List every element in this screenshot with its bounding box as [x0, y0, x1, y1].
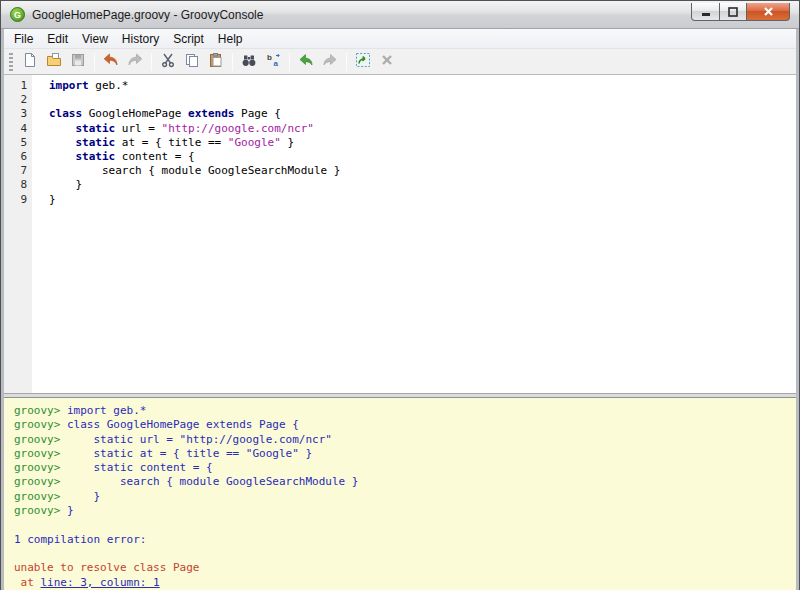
- redo-button: [124, 51, 146, 73]
- interrupt-button: [376, 51, 398, 73]
- code-line: [49, 93, 796, 107]
- menubar: FileEditViewHistoryScriptHelp: [4, 29, 796, 49]
- history-previous-button[interactable]: [295, 51, 317, 73]
- output-echo-text: static at = { title == "Google" }: [67, 447, 312, 460]
- window-controls: [691, 3, 790, 21]
- code-line: search { module GoogleSearchModule }: [49, 164, 796, 178]
- output-prompt-text: groovy>: [14, 461, 67, 474]
- save-icon: [70, 52, 86, 72]
- line-number: 3: [4, 107, 27, 121]
- maximize-icon: [728, 7, 738, 17]
- redo-icon: [127, 52, 143, 72]
- paste-button[interactable]: [205, 51, 227, 73]
- open-file-icon: [46, 52, 62, 72]
- output-prompt-text: groovy>: [14, 433, 67, 446]
- client-area: FileEditViewHistoryScriptHelp ba 1234567…: [4, 29, 796, 590]
- code-area[interactable]: import geb.* class GoogleHomePage extend…: [32, 75, 796, 393]
- code-line: }: [49, 193, 796, 207]
- toolbar-separator: [232, 53, 233, 71]
- line-number-gutter: 123456789: [4, 75, 32, 393]
- output-console: groovy> import geb.*groovy> class Google…: [4, 398, 796, 590]
- line-number: 1: [4, 79, 27, 93]
- new-file-button[interactable]: [19, 51, 41, 73]
- execute-icon: [355, 52, 371, 72]
- window-title: GoogleHomePage.groovy - GroovyConsole: [32, 8, 263, 22]
- output-prompt-text: groovy>: [14, 475, 67, 488]
- code-line: }: [49, 178, 796, 192]
- menu-item-help[interactable]: Help: [211, 30, 250, 48]
- output-line: groovy> static url = "http://google.com/…: [14, 433, 796, 447]
- execute-button[interactable]: [352, 51, 374, 73]
- menu-item-file[interactable]: File: [7, 30, 40, 48]
- save-button: [67, 51, 89, 73]
- find-icon: [241, 52, 257, 72]
- paste-icon: [208, 52, 224, 72]
- minimize-button[interactable]: [691, 3, 720, 21]
- maximize-button[interactable]: [720, 3, 747, 21]
- toolbar-separator: [346, 53, 347, 71]
- code-editor: 123456789 import geb.* class GoogleHomeP…: [4, 75, 796, 393]
- output-prompt-text: groovy>: [14, 418, 67, 431]
- menu-item-view[interactable]: View: [75, 30, 115, 48]
- output-error-text: unable to resolve class Page: [14, 561, 199, 574]
- svg-text:a: a: [274, 59, 279, 68]
- line-number: 8: [4, 178, 27, 192]
- output-line: groovy> static content = {: [14, 461, 796, 475]
- code-line: static content = {: [49, 150, 796, 164]
- output-echo-text: static content = {: [67, 461, 213, 474]
- copy-button[interactable]: [181, 51, 203, 73]
- svg-text:b: b: [267, 53, 272, 62]
- code-line: static at = { title == "Google" }: [49, 136, 796, 150]
- close-icon: [763, 6, 774, 17]
- undo-button[interactable]: [100, 51, 122, 73]
- new-file-icon: [22, 52, 38, 72]
- line-number: 6: [4, 150, 27, 164]
- output-echo-text: static url = "http://google.com/ncr": [67, 433, 332, 446]
- output-line: unable to resolve class Page: [14, 561, 796, 575]
- line-number: 9: [4, 193, 27, 207]
- output-line: at line: 3, column: 1: [14, 576, 796, 590]
- output-line: [14, 518, 796, 532]
- line-number: 7: [4, 164, 27, 178]
- open-file-button[interactable]: [43, 51, 65, 73]
- output-echo-text: import geb.*: [67, 404, 146, 417]
- history-next-button: [319, 51, 341, 73]
- output-line: groovy> search { module GoogleSearchModu…: [14, 475, 796, 489]
- output-info-text: 1 compilation error:: [14, 533, 146, 546]
- cut-button[interactable]: [157, 51, 179, 73]
- output-line: groovy> }: [14, 504, 796, 518]
- menu-item-history[interactable]: History: [115, 30, 166, 48]
- line-number: 2: [4, 93, 27, 107]
- output-line: 1 compilation error:: [14, 533, 796, 547]
- minimize-icon: [701, 7, 711, 16]
- toolbar-grip[interactable]: [9, 53, 13, 71]
- find-button[interactable]: [238, 51, 260, 73]
- groovy-app-icon: G: [10, 7, 25, 22]
- groovy-console-window: G GoogleHomePage.groovy - GroovyConsole …: [0, 0, 800, 590]
- output-error-text: at: [14, 576, 41, 589]
- toolbar-separator: [94, 53, 95, 71]
- output-line: groovy> static at = { title == "Google" …: [14, 447, 796, 461]
- output-echo-text: }: [67, 504, 74, 517]
- code-line: import geb.*: [49, 79, 796, 93]
- replace-icon: ba: [265, 52, 281, 72]
- titlebar[interactable]: G GoogleHomePage.groovy - GroovyConsole: [1, 1, 799, 29]
- interrupt-icon: [379, 52, 395, 72]
- cut-icon: [160, 52, 176, 72]
- output-prompt-text: groovy>: [14, 490, 67, 503]
- toolbar-separator: [289, 53, 290, 71]
- output-echo-text: }: [67, 490, 100, 503]
- menu-item-edit[interactable]: Edit: [40, 30, 75, 48]
- replace-button[interactable]: ba: [262, 51, 284, 73]
- history-previous-icon: [298, 52, 314, 72]
- menu-item-script[interactable]: Script: [166, 30, 211, 48]
- undo-icon: [103, 52, 119, 72]
- close-button[interactable]: [747, 3, 790, 21]
- output-echo-text: search { module GoogleSearchModule }: [67, 475, 358, 488]
- line-number: 4: [4, 122, 27, 136]
- error-location-link[interactable]: line: 3, column: 1: [41, 576, 160, 589]
- output-echo-text: class GoogleHomePage extends Page {: [67, 418, 299, 431]
- history-next-icon: [322, 52, 338, 72]
- output-prompt-text: groovy>: [14, 447, 67, 460]
- code-line: class GoogleHomePage extends Page {: [49, 107, 796, 121]
